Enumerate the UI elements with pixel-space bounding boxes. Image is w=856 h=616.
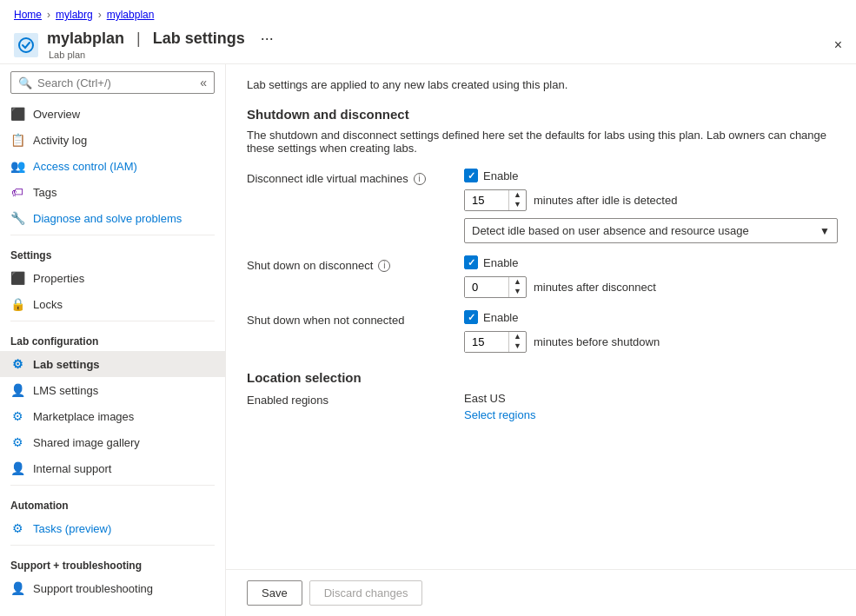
shutdown-disconnect-increment[interactable]: ▲ (509, 277, 526, 287)
breadcrumb-mylabplan[interactable]: mylabplan (107, 9, 155, 21)
sidebar-item-tags[interactable]: 🏷 Tags (0, 179, 225, 205)
shutdown-not-connected-decrement[interactable]: ▼ (509, 341, 526, 351)
collapse-sidebar-button[interactable]: « (200, 76, 207, 89)
disconnect-idle-controls: Enable 15 ▲ ▼ minutes after idle is dete… (464, 169, 838, 243)
shutdown-not-connected-controls: Enable 15 ▲ ▼ minutes before shutdown (464, 310, 660, 353)
disconnect-idle-spinners: ▲ ▼ (508, 190, 526, 210)
dropdown-arrow-icon: ▼ (820, 225, 830, 237)
sidebar-item-activity-log[interactable]: 📋 Activity log (0, 127, 225, 153)
sidebar-label-shared-image-gallery: Shared image gallery (33, 436, 140, 449)
sidebar-label-support-troubleshooting: Support troubleshooting (33, 582, 153, 595)
discard-changes-button[interactable]: Discard changes (309, 580, 423, 606)
shutdown-disconnect-checkbox[interactable] (464, 255, 478, 269)
disconnect-idle-checkbox[interactable] (464, 169, 478, 182)
shutdown-disconnect-controls: Enable 0 ▲ ▼ minutes after disconnect (464, 255, 656, 298)
detect-idle-dropdown[interactable]: Detect idle based on user absence and re… (464, 218, 838, 243)
shutdown-disconnect-minutes-input[interactable]: 0 (465, 277, 508, 297)
shutdown-section-description: The shutdown and disconnect settings def… (247, 129, 835, 155)
lab-settings-icon: ⚙ (10, 357, 24, 371)
sidebar-item-lms-settings[interactable]: 👤 LMS settings (0, 377, 225, 403)
support-troubleshooting-icon: 👤 (10, 581, 24, 595)
marketplace-images-icon: ⚙ (10, 409, 24, 423)
breadcrumb-home[interactable]: Home (14, 9, 42, 21)
support-divider (10, 545, 215, 546)
sidebar-item-internal-support[interactable]: 👤 Internal support (0, 455, 225, 481)
sidebar-label-lab-settings: Lab settings (33, 358, 100, 371)
breadcrumb: Home › mylabrg › mylabplan (0, 0, 856, 26)
shutdown-disconnect-enable-label: Enable (483, 256, 518, 269)
sidebar-item-access-control[interactable]: 👥 Access control (IAM) (0, 153, 225, 179)
disconnect-idle-minutes-field[interactable]: 15 ▲ ▼ (464, 189, 527, 211)
disconnect-idle-increment[interactable]: ▲ (509, 190, 526, 200)
shutdown-not-connected-minutes-field[interactable]: 15 ▲ ▼ (464, 331, 527, 353)
disconnect-idle-enable[interactable]: Enable (464, 169, 838, 182)
more-options-button[interactable]: ··· (261, 30, 274, 48)
internal-support-icon: 👤 (10, 461, 24, 475)
sidebar-item-marketplace-images[interactable]: ⚙ Marketplace images (0, 403, 225, 429)
resource-name: mylabplan (47, 30, 124, 48)
shutdown-not-connected-checkbox[interactable] (464, 310, 478, 324)
shutdown-section-title: Shutdown and disconnect (247, 107, 835, 122)
sidebar-label-locks: Locks (33, 298, 63, 311)
sidebar-item-shared-image-gallery[interactable]: ⚙ Shared image gallery (0, 429, 225, 455)
disconnect-idle-decrement[interactable]: ▼ (509, 200, 526, 209)
sidebar-item-lab-settings[interactable]: ⚙ Lab settings (0, 351, 225, 377)
page-header: mylabplan | Lab settings ··· Lab plan × (0, 26, 856, 64)
shared-image-gallery-icon: ⚙ (10, 435, 24, 449)
disconnect-idle-minutes-label: minutes after idle is detected (534, 194, 677, 207)
sidebar-item-support-troubleshooting[interactable]: 👤 Support troubleshooting (0, 575, 225, 601)
disconnect-idle-info-icon[interactable]: i (414, 173, 426, 185)
lab-config-section-header: Lab configuration (0, 325, 225, 351)
shutdown-not-connected-minutes-label: minutes before shutdown (534, 335, 660, 348)
automation-divider (10, 485, 215, 486)
sidebar-label-activity-log: Activity log (33, 134, 87, 147)
disconnect-idle-minutes-input[interactable]: 15 (465, 190, 508, 210)
shutdown-disconnect-info-icon[interactable]: i (378, 260, 390, 272)
shutdown-not-connected-label: Shut down when not connected (247, 310, 464, 327)
breadcrumb-mylabrg[interactable]: mylabrg (56, 9, 93, 21)
activity-log-icon: 📋 (10, 133, 24, 147)
settings-section-header: Settings (0, 239, 225, 265)
shutdown-disconnect-enable[interactable]: Enable (464, 255, 656, 269)
enabled-regions-row: Enabled regions East US Select regions (247, 392, 835, 421)
sidebar-item-overview[interactable]: ⬛ Overview (0, 101, 225, 127)
location-section: Location selection Enabled regions East … (247, 370, 835, 421)
diagnose-icon: 🔧 (10, 211, 24, 225)
shutdown-disconnect-decrement[interactable]: ▼ (509, 287, 526, 296)
shutdown-disconnect-minutes-row: 0 ▲ ▼ minutes after disconnect (464, 276, 656, 298)
shutdown-not-connected-enable[interactable]: Enable (464, 310, 660, 324)
sidebar-item-tasks-preview[interactable]: ⚙ Tasks (preview) (0, 515, 225, 541)
sidebar-item-properties[interactable]: ⬛ Properties (0, 265, 225, 291)
sidebar-label-access-control: Access control (IAM) (33, 160, 137, 173)
shutdown-not-connected-minutes-input[interactable]: 15 (465, 332, 508, 352)
shutdown-not-connected-enable-label: Enable (483, 311, 518, 324)
enabled-regions-value: East US (464, 392, 535, 405)
sidebar-item-diagnose[interactable]: 🔧 Diagnose and solve problems (0, 205, 225, 231)
support-section-header: Support + troubleshooting (0, 549, 225, 575)
enabled-regions-label: Enabled regions (247, 392, 464, 407)
disconnect-idle-enable-label: Enable (483, 169, 518, 182)
content-footer: Save Discard changes (226, 569, 856, 616)
shutdown-disconnect-minutes-field[interactable]: 0 ▲ ▼ (464, 276, 527, 298)
page-description: Lab settings are applied to any new labs… (247, 78, 835, 91)
shutdown-disconnect-row: Shut down on disconnect i Enable 0 (247, 255, 835, 298)
sidebar-label-diagnose: Diagnose and solve problems (33, 212, 182, 225)
shutdown-disconnect-minutes-label: minutes after disconnect (534, 281, 656, 294)
shutdown-not-connected-row: Shut down when not connected Enable 15 ▲ (247, 310, 835, 353)
content-area: Lab settings are applied to any new labs… (226, 64, 856, 616)
shutdown-not-connected-increment[interactable]: ▲ (509, 332, 526, 341)
search-input[interactable] (37, 76, 195, 89)
close-button[interactable]: × (834, 37, 842, 53)
regions-values: East US Select regions (464, 392, 535, 421)
resource-icon (14, 33, 38, 57)
location-section-title: Location selection (247, 370, 835, 385)
select-regions-link[interactable]: Select regions (464, 408, 535, 421)
search-box[interactable]: 🔍 « (10, 71, 215, 94)
tags-icon: 🏷 (10, 185, 24, 199)
save-button[interactable]: Save (247, 580, 302, 606)
shutdown-disconnect-label: Shut down on disconnect i (247, 255, 464, 272)
sidebar-item-locks[interactable]: 🔒 Locks (0, 291, 225, 317)
properties-icon: ⬛ (10, 271, 24, 285)
content-body: Lab settings are applied to any new labs… (226, 64, 856, 569)
sidebar-label-tags: Tags (33, 186, 56, 199)
